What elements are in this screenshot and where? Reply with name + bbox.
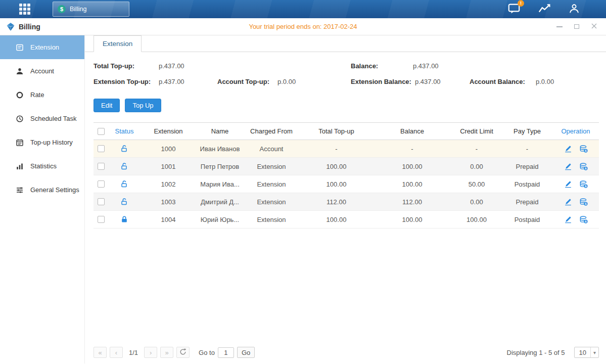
notification-badge: ! <box>518 0 524 7</box>
trial-notice: Your trial period ends on: 2017-02-24 <box>249 23 357 30</box>
minimize-icon <box>556 26 563 27</box>
account-icon <box>15 67 24 75</box>
status-cell <box>109 198 140 206</box>
row-checkbox[interactable] <box>98 180 105 188</box>
sidebar-item-top-up-history[interactable]: Top-up History <box>0 130 84 154</box>
extension-cell: 1003 <box>140 198 197 206</box>
goto-page-input[interactable] <box>218 347 234 358</box>
edit-button[interactable]: Edit <box>94 99 120 112</box>
sidebar-item-general-settings[interactable]: General Settings <box>0 178 84 202</box>
sidebar-item-label: Account <box>30 67 54 75</box>
credit-limit-cell: - <box>451 145 502 153</box>
sidebar-item-extension[interactable]: Extension <box>0 35 84 59</box>
chevron-down-icon: ▾ <box>590 347 598 357</box>
name-cell: Юрий Юрь... <box>197 216 243 223</box>
name-cell: Петр Петров <box>197 163 243 170</box>
maximize-button[interactable] <box>571 21 583 32</box>
column-header-pay-type: Pay Type <box>502 127 552 135</box>
operation-cell: $ <box>552 180 599 189</box>
sidebar-item-label: General Settings <box>30 186 79 194</box>
column-header-balance: Balance <box>373 127 451 135</box>
tabbar: Extension <box>85 35 606 52</box>
table-row[interactable]: 1000Иван ИвановAccount----$ <box>94 140 599 158</box>
sidebar-item-rate[interactable]: Rate <box>0 83 84 107</box>
topbar: $ Billing ! <box>0 0 606 18</box>
sidebar-item-label: Extension <box>30 43 59 51</box>
messages-button[interactable]: ! <box>508 3 520 16</box>
total-topup-cell: 100.00 <box>300 216 373 223</box>
extension-topup-label: Extension Top-up: <box>94 78 151 85</box>
page-size-select[interactable]: 10 ▾ <box>574 347 599 358</box>
table-row[interactable]: 1003Дмитрий Д...Extension112.00112.000.0… <box>94 193 599 211</box>
table-row[interactable]: 1004Юрий Юрь...Extension100.00100.00100.… <box>94 211 599 229</box>
unlocked-icon <box>120 180 128 188</box>
user-menu-button[interactable] <box>569 4 580 15</box>
status-cell <box>109 145 140 153</box>
locked-icon <box>120 215 128 223</box>
action-buttons: Edit Top Up <box>94 99 606 112</box>
sidebar-nav: ExtensionAccountRateScheduled TaskTop-up… <box>0 35 85 363</box>
next-page-button[interactable]: › <box>144 347 157 358</box>
row-checkbox-cell <box>94 180 109 188</box>
last-page-button[interactable]: » <box>160 347 173 358</box>
topup-icon[interactable]: $ <box>579 180 588 189</box>
svg-text:$: $ <box>585 185 587 188</box>
unlocked-icon <box>120 198 128 206</box>
topup-icon[interactable]: $ <box>579 162 588 171</box>
topbar-right: ! <box>508 3 580 16</box>
balance-value: p.437.00 <box>413 62 439 70</box>
name-cell: Мария Ива... <box>197 180 243 188</box>
refresh-button[interactable] <box>176 347 190 358</box>
taskbar-billing-button[interactable]: $ Billing <box>53 2 129 17</box>
operation-cell: $ <box>552 145 599 153</box>
table-row[interactable]: 1001Петр ПетровExtension100.00100.000.00… <box>94 158 599 175</box>
topup-icon[interactable]: $ <box>579 145 588 153</box>
prev-page-button[interactable]: ‹ <box>110 347 123 358</box>
rate-icon <box>15 91 24 99</box>
account-balance-label: Account Balance: <box>470 78 525 85</box>
sidebar-item-scheduled-task[interactable]: Scheduled Task <box>0 107 84 130</box>
go-button[interactable]: Go <box>237 347 255 358</box>
svg-text:$: $ <box>585 167 587 170</box>
extension-topup-value: p.437.00 <box>159 78 184 85</box>
scheduled-task-icon <box>15 115 24 123</box>
top-up-button[interactable]: Top Up <box>125 99 161 112</box>
extension-cell: 1000 <box>140 145 197 153</box>
topup-icon[interactable]: $ <box>579 198 588 206</box>
sidebar-item-label: Statistics <box>30 162 57 170</box>
edit-icon[interactable] <box>564 180 572 189</box>
row-checkbox-cell <box>94 145 109 152</box>
minimize-button[interactable] <box>553 21 566 32</box>
row-checkbox[interactable] <box>98 145 105 152</box>
balance-cell: - <box>373 145 451 153</box>
table-row[interactable]: 1002Мария Ива...Extension100.00100.0050.… <box>94 175 599 193</box>
charged-from-cell: Extension <box>243 216 300 223</box>
tab-extension[interactable]: Extension <box>94 35 142 52</box>
statistics-icon <box>15 162 24 170</box>
column-header-credit-limit: Credit Limit <box>451 127 502 135</box>
extension-balance-value: p.437.00 <box>415 78 441 85</box>
refresh-icon <box>179 348 187 357</box>
select-all-checkbox[interactable] <box>98 128 105 135</box>
sidebar-item-account[interactable]: Account <box>0 59 84 83</box>
unlocked-icon <box>120 145 128 153</box>
apps-grid-icon[interactable] <box>19 4 30 15</box>
charged-from-cell: Account <box>243 145 300 153</box>
first-page-button[interactable]: « <box>94 347 107 358</box>
edit-icon[interactable] <box>564 162 572 171</box>
close-button[interactable] <box>588 21 600 32</box>
status-cell <box>109 215 140 223</box>
edit-icon[interactable] <box>564 215 572 224</box>
edit-icon[interactable] <box>564 145 572 153</box>
topup-icon[interactable]: $ <box>579 215 588 224</box>
sidebar-item-statistics[interactable]: Statistics <box>0 154 84 178</box>
edit-icon[interactable] <box>564 198 572 206</box>
row-checkbox[interactable] <box>98 198 105 205</box>
credit-limit-cell: 0.00 <box>451 163 502 170</box>
reports-button[interactable] <box>538 4 550 15</box>
row-checkbox[interactable] <box>98 163 105 170</box>
row-checkbox-cell <box>94 198 109 205</box>
credit-limit-cell: 50.00 <box>451 180 502 188</box>
row-checkbox[interactable] <box>98 216 105 223</box>
column-header-name: Name <box>197 127 243 135</box>
